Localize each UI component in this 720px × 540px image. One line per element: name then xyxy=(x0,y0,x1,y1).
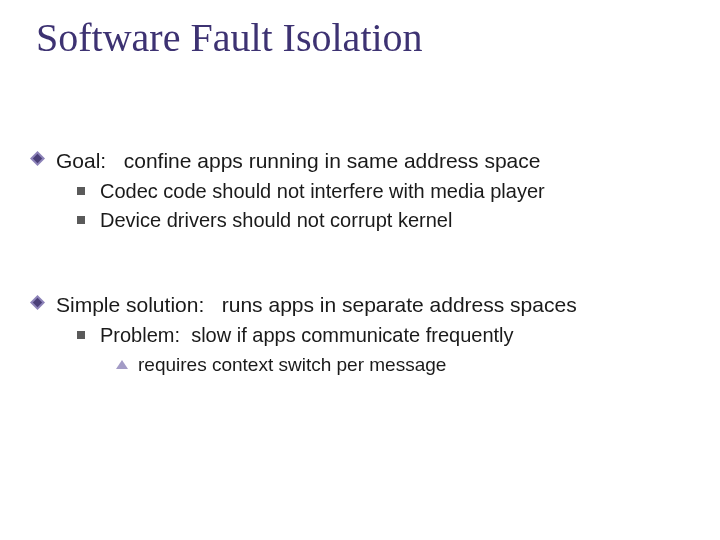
square-icon xyxy=(77,187,85,195)
square-icon xyxy=(77,331,85,339)
problem-text: slow if apps communicate frequently xyxy=(191,324,513,346)
goal-sub-0: Codec code should not interfere with med… xyxy=(100,180,545,202)
solution-label: Simple solution: xyxy=(56,293,204,316)
problem-detail: requires context switch per message xyxy=(138,354,446,375)
diamond-icon xyxy=(30,151,45,166)
bullet-goal-sub-0: Codec code should not interfere with med… xyxy=(30,179,680,205)
goal-label: Goal: xyxy=(56,149,106,172)
slide-body: Goal: confine apps running in same addre… xyxy=(30,148,680,381)
slide-title: Software Fault Isolation xyxy=(36,14,423,61)
problem-label: Problem: xyxy=(100,324,180,346)
goal-sub-1: Device drivers should not corrupt kernel xyxy=(100,209,452,231)
triangle-icon xyxy=(116,360,128,369)
slide: Software Fault Isolation Goal: confine a… xyxy=(0,0,720,540)
goal-text: confine apps running in same address spa… xyxy=(124,149,541,172)
bullet-problem: Problem: slow if apps communicate freque… xyxy=(30,323,680,349)
bullet-problem-detail: requires context switch per message xyxy=(30,353,680,377)
solution-text: runs apps in separate address spaces xyxy=(222,293,577,316)
bullet-goal: Goal: confine apps running in same addre… xyxy=(30,148,680,175)
square-icon xyxy=(77,216,85,224)
spacer xyxy=(30,238,680,292)
bullet-goal-sub-1: Device drivers should not corrupt kernel xyxy=(30,208,680,234)
diamond-icon xyxy=(30,295,45,310)
bullet-solution: Simple solution: runs apps in separate a… xyxy=(30,292,680,319)
